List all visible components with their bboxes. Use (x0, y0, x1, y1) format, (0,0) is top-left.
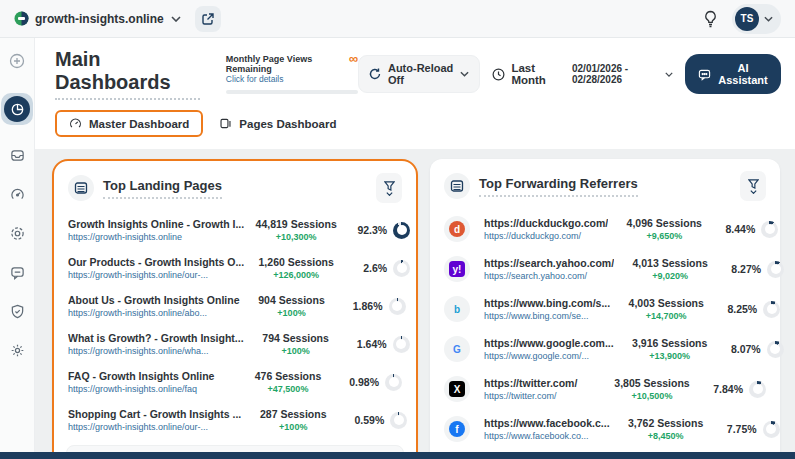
page-url-link[interactable]: https://growth-insights.online (68, 232, 244, 242)
change-badge: +14,700% (618, 311, 714, 321)
date-range-value: 02/01/2026 - 02/28/2026 (572, 63, 662, 85)
gear-icon[interactable] (6, 339, 28, 361)
clock-icon (492, 68, 505, 81)
referrer-title-text: https://www.facebook.c... (484, 417, 610, 429)
referrer-title-text: https://www.bing.com/s... (484, 297, 610, 309)
browser-window-icon (444, 173, 470, 199)
dashboard-tabs: Master Dashboard Pages Dashboard (55, 100, 781, 149)
page-url-link[interactable]: https://growth-insights.online/wha... (68, 346, 244, 356)
user-menu[interactable]: TS (732, 4, 781, 34)
landing-page-row[interactable]: Our Products - Growth Insights O...https… (66, 249, 404, 287)
filter-button[interactable] (376, 173, 402, 203)
page-title: Main Dashboards (55, 48, 200, 100)
gauge-icon[interactable] (6, 183, 28, 205)
progress-ring (393, 260, 410, 277)
tab-master-dashboard[interactable]: Master Dashboard (55, 110, 203, 137)
ai-assistant-button[interactable]: AI Assistant (685, 54, 781, 94)
site-selector[interactable]: growth-insights.online (35, 12, 181, 26)
sessions-value: 44,819 Sessions (244, 218, 348, 230)
percent-value: 2.6% (363, 262, 387, 274)
referrer-row[interactable]: b https://www.bing.com/s...https://www.b… (442, 289, 768, 329)
site-name: growth-insights.online (35, 12, 164, 26)
target-icon[interactable] (6, 222, 28, 244)
tab-label: Pages Dashboard (239, 118, 336, 130)
chevron-down-icon (764, 16, 773, 22)
page-title-text: Shopping Cart - Growth Insights ... (68, 408, 241, 420)
auto-reload-label: Auto-Reload Off (388, 62, 453, 86)
landing-page-row[interactable]: About Us - Growth Insights Onlinehttps:/… (66, 287, 404, 325)
sessions-value: 3,762 Sessions (618, 417, 714, 429)
sidebar-item-dashboards[interactable] (1, 93, 33, 125)
referrer-row[interactable]: G https://www.google.com...https://www.g… (442, 329, 768, 369)
pageviews-details-link[interactable]: Click for details (226, 74, 349, 84)
lightbulb-icon[interactable] (703, 10, 718, 28)
pageviews-label: Monthly Page Views Remaining (226, 54, 349, 74)
chevron-down-icon (460, 71, 469, 77)
percent-value: 8.44% (725, 223, 755, 235)
referrer-url-link[interactable]: https://www.facebook.co... (484, 431, 610, 441)
dashboard-content: Top Landing Pages Growth Insights Online… (35, 149, 795, 459)
top-landing-pages-card: Top Landing Pages Growth Insights Online… (52, 159, 418, 459)
referrer-url-link[interactable]: https://www.google.com/... (484, 351, 614, 361)
percent-value: 1.86% (353, 300, 383, 312)
referrer-url-link[interactable]: https://www.bing.com/se... (484, 311, 610, 321)
browser-window-icon (68, 175, 94, 201)
progress-ring (393, 336, 410, 353)
landing-page-row[interactable]: Shopping Cart - Growth Insights ...https… (66, 401, 404, 439)
referrer-url-link[interactable]: https://search.yahoo.com/ (484, 271, 614, 281)
date-range-selector[interactable]: 02/01/2026 - 02/28/2026 (572, 63, 673, 85)
referrer-row[interactable]: y! https://search.yahoo.com/https://sear… (442, 249, 768, 289)
period-selector[interactable]: Last Month (492, 62, 560, 86)
landing-page-row[interactable]: Growth Insights Online - Growth I...http… (66, 211, 404, 249)
landing-page-row[interactable]: What is Growth? - Growth Insight...https… (66, 325, 404, 363)
percent-value: 8.25% (727, 303, 757, 315)
referrer-row[interactable]: f https://www.facebook.c...https://www.f… (442, 409, 768, 449)
percent-value: 8.27% (731, 263, 761, 275)
inbox-icon[interactable] (6, 144, 28, 166)
open-site-button[interactable] (195, 6, 221, 32)
shield-check-icon[interactable] (6, 300, 28, 322)
percent-value: 0.59% (354, 414, 384, 426)
card-title: Top Landing Pages (103, 178, 222, 199)
chat-icon[interactable] (6, 261, 28, 283)
page-url-link[interactable]: https://growth-insights.online/our-... (68, 422, 241, 432)
change-badge: +9,020% (622, 271, 718, 281)
filter-button[interactable] (740, 171, 766, 201)
landing-page-row[interactable]: FAQ - Growth Insights Onlinehttps://grow… (66, 363, 404, 401)
progress-ring (761, 221, 778, 238)
referrer-title-text: https://search.yahoo.com/ (484, 257, 614, 269)
percent-value: 8.07% (731, 343, 761, 355)
progress-ring (389, 298, 406, 315)
referrer-url-link[interactable]: https://duckduckgo.com/ (484, 231, 608, 241)
pie-chart-icon (11, 103, 24, 116)
circle-plus-icon[interactable] (6, 50, 28, 72)
page-url-link[interactable]: https://growth-insights.online/faq (68, 384, 236, 394)
pageviews-progress-bar (226, 90, 358, 94)
sessions-value: 3,916 Sessions (622, 337, 718, 349)
change-badge: +10,500% (604, 391, 700, 401)
card-title: Top Forwarding Referrers (479, 176, 638, 197)
auto-reload-dropdown[interactable]: Auto-Reload Off (358, 55, 480, 93)
pages-icon (219, 117, 232, 130)
progress-ring (767, 261, 784, 278)
change-badge: +126,000% (244, 270, 348, 280)
tab-pages-dashboard[interactable]: Pages Dashboard (219, 117, 336, 130)
page-title-text: Growth Insights Online - Growth I... (68, 218, 244, 230)
referrer-url-link[interactable]: https://twitter.com/ (484, 391, 596, 401)
progress-ring (393, 222, 410, 239)
sessions-value: 4,013 Sessions (622, 257, 718, 269)
duckduckgo-favicon-icon: d (444, 216, 470, 242)
page-url-link[interactable]: https://growth-insights.online/our-... (68, 270, 244, 280)
change-badge: +10,300% (244, 232, 348, 242)
page-title-text: What is Growth? - Growth Insight... (68, 332, 244, 344)
progress-ring (763, 301, 780, 318)
referrer-title-text: https://twitter.com/ (484, 377, 596, 389)
refresh-icon (369, 68, 381, 80)
percent-value: 92.3% (357, 224, 387, 236)
referrer-row[interactable]: d https://duckduckgo.com/https://duckduc… (442, 209, 768, 249)
referrer-row[interactable]: X https://twitter.com/https://twitter.co… (442, 369, 768, 409)
site-favicon-icon (14, 11, 29, 26)
page-url-link[interactable]: https://growth-insights.online/abo... (68, 308, 240, 318)
percent-value: 1.64% (357, 338, 387, 350)
ai-assistant-label: AI Assistant (718, 62, 768, 86)
